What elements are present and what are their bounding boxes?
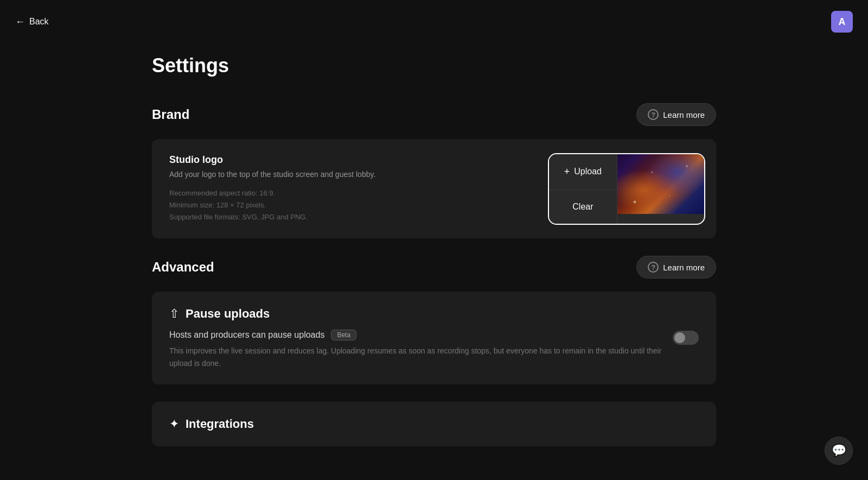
upload-label: Upload <box>574 167 602 176</box>
upload-area: + Upload Clear <box>510 139 716 238</box>
pause-card-header: ⇧ Pause uploads <box>169 307 699 321</box>
question-icon-advanced: ? <box>648 262 659 273</box>
brand-learn-more-label: Learn more <box>663 110 705 119</box>
integrations-card: ✦ Integrations <box>152 402 716 446</box>
chat-fab-button[interactable]: 💬 <box>825 437 853 465</box>
advanced-section-title: Advanced <box>152 260 214 275</box>
brand-section-header: Brand ? Learn more <box>152 103 716 126</box>
logo-preview <box>617 154 704 214</box>
brand-learn-more-button[interactable]: ? Learn more <box>636 103 716 126</box>
main-content: Settings Brand ? Learn more Studio logo … <box>0 0 868 480</box>
advanced-section-header: Advanced ? Learn more <box>152 256 716 279</box>
meta-line2: Minimum size: 128 × 72 pixels. <box>169 201 266 209</box>
upload-arrow-icon: ⇧ <box>169 307 179 321</box>
clear-button[interactable]: Clear <box>549 190 617 224</box>
integrations-title: Integrations <box>186 417 254 431</box>
pause-uploads-toggle[interactable] <box>673 331 699 345</box>
clear-label: Clear <box>572 202 593 212</box>
upload-button[interactable]: + Upload <box>549 154 617 190</box>
meta-line3: Supported file formats: SVG, JPG and PNG… <box>169 213 308 221</box>
pause-label-row: Hosts and producers can pause uploads Be… <box>169 330 662 340</box>
pause-description: This improves the live session and reduc… <box>169 345 662 369</box>
pause-toggle-label: Hosts and producers can pause uploads <box>169 330 324 340</box>
pause-info: Hosts and producers can pause uploads Be… <box>169 330 662 369</box>
pause-uploads-card: ⇧ Pause uploads Hosts and producers can … <box>152 292 716 384</box>
back-button[interactable]: ← Back <box>15 16 49 28</box>
brand-section-title: Brand <box>152 107 189 122</box>
studio-logo-label: Studio logo <box>169 154 493 166</box>
advanced-learn-more-button[interactable]: ? Learn more <box>636 256 716 279</box>
puzzle-icon: ✦ <box>169 417 179 431</box>
studio-logo-meta: Recommended aspect ratio: 16:9. Minimum … <box>169 187 493 223</box>
brand-card: Studio logo Add your logo to the top of … <box>152 139 716 238</box>
advanced-section: Advanced ? Learn more ⇧ Pause uploads Ho… <box>152 256 716 446</box>
beta-badge: Beta <box>331 330 356 340</box>
advanced-learn-more-label: Learn more <box>663 263 705 272</box>
pause-row: Hosts and producers can pause uploads Be… <box>169 330 699 369</box>
toggle-knob <box>674 332 685 343</box>
integrations-header: ✦ Integrations <box>169 417 699 431</box>
upload-buttons: + Upload Clear <box>549 154 617 224</box>
top-bar: ← Back A <box>0 0 868 43</box>
meta-line1: Recommended aspect ratio: 16:9. <box>169 189 275 197</box>
back-arrow-icon: ← <box>15 16 25 28</box>
studio-logo-description: Add your logo to the top of the studio s… <box>169 170 493 179</box>
upload-popup: + Upload Clear <box>548 153 705 225</box>
back-label: Back <box>29 17 49 27</box>
avatar[interactable]: A <box>831 11 853 33</box>
toggle-container[interactable] <box>673 331 699 345</box>
pause-uploads-title: Pause uploads <box>186 307 270 321</box>
chat-icon: 💬 <box>832 444 846 458</box>
plus-icon: + <box>564 166 570 178</box>
brand-card-left: Studio logo Add your logo to the top of … <box>152 139 510 238</box>
page-title: Settings <box>152 54 716 77</box>
question-icon: ? <box>648 109 659 120</box>
